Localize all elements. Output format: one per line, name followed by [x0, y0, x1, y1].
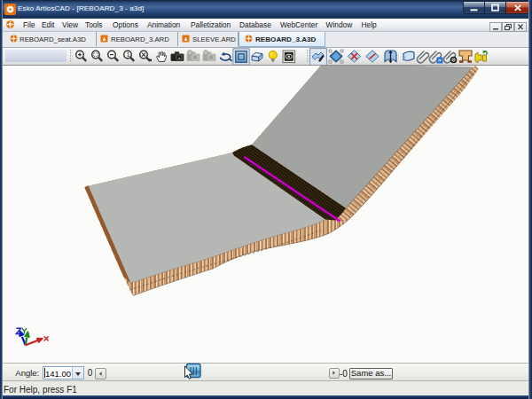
svg-text:1: 1 — [127, 51, 130, 59]
